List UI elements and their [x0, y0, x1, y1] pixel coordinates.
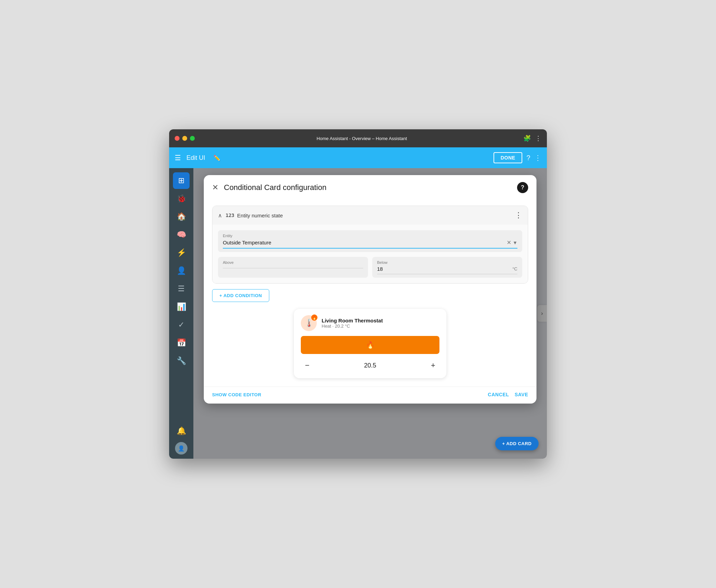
close-window-button[interactable]: [175, 136, 180, 141]
preview-container: 🌡️ 🔥 Living Room Thermostat Heat ·: [212, 309, 528, 378]
app-bar-right: DONE ? ⋮: [494, 152, 541, 163]
thermostat-header: 🌡️ 🔥 Living Room Thermostat Heat ·: [301, 315, 439, 331]
below-unit: °C: [512, 266, 517, 271]
temperature-control: − 20.5 +: [301, 358, 439, 373]
thermostat-status: Heat · 20.2 °C: [322, 323, 439, 329]
modal-close-button[interactable]: ✕: [212, 183, 218, 192]
save-button[interactable]: SAVE: [515, 392, 528, 397]
minimize-window-button[interactable]: [182, 136, 187, 141]
puzzle-icon[interactable]: 🧩: [523, 135, 531, 142]
add-condition-button[interactable]: + ADD CONDITION: [212, 289, 269, 302]
below-field[interactable]: Below 18 °C: [372, 257, 522, 278]
thermostat-info: Living Room Thermostat Heat · 20.2 °C: [322, 318, 439, 329]
browser-titlebar: Home Assistant - Overview – Home Assista…: [169, 129, 547, 147]
done-button[interactable]: DONE: [494, 152, 522, 163]
sidebar-item-home[interactable]: 🏠: [173, 208, 190, 225]
thermostat-badge: 🔥: [311, 314, 317, 321]
help-icon-label: ?: [521, 184, 524, 191]
flame-badge-icon: 🔥: [312, 316, 316, 320]
condition-card-body: Entity Outside Temperature ✕ ▼: [212, 225, 528, 283]
sidebar-item-person[interactable]: 👤: [173, 262, 190, 279]
above-underline: [223, 268, 363, 268]
browser-toolbar: 🧩 ⋮: [523, 135, 541, 142]
modal-body[interactable]: ∧ 123 Entity numeric state ⋮ Entity: [204, 200, 536, 387]
sidebar-item-tools[interactable]: 🔧: [173, 353, 190, 369]
app-body: ⊞ 🐞 🏠 🧠 ⚡ 👤 ☰ 📊 ✓ 📅 🔧 🔔 👤 ›: [169, 168, 547, 459]
heat-flame-icon: 🔥: [366, 341, 375, 349]
show-code-editor-button[interactable]: SHOW CODE EDITOR: [212, 392, 261, 397]
entity-field-row: Outside Temperature ✕ ▼: [223, 239, 517, 246]
above-label: Above: [223, 260, 363, 265]
sidebar: ⊞ 🐞 🏠 🧠 ⚡ 👤 ☰ 📊 ✓ 📅 🔧 🔔 👤: [169, 168, 193, 459]
condition-type-label: Entity numeric state: [237, 213, 283, 218]
sidebar-item-stats[interactable]: 📊: [173, 299, 190, 315]
chevron-up-icon[interactable]: ∧: [218, 212, 222, 219]
entity-dropdown-button[interactable]: ▼: [513, 240, 517, 245]
below-label: Below: [377, 260, 517, 265]
thermostat-card: 🌡️ 🔥 Living Room Thermostat Heat ·: [294, 309, 446, 378]
decrease-temp-button[interactable]: −: [301, 360, 314, 371]
add-card-fab[interactable]: + ADD CARD: [495, 437, 539, 450]
sidebar-item-notifications[interactable]: 🔔: [173, 423, 190, 439]
footer-actions: CANCEL SAVE: [488, 392, 528, 397]
sidebar-item-dashboard[interactable]: ⊞: [173, 172, 190, 189]
entity-field-label: Entity: [223, 234, 517, 238]
condition-card-header: ∧ 123 Entity numeric state ⋮: [212, 206, 528, 225]
sidebar-item-energy[interactable]: ⚡: [173, 244, 190, 261]
menu-icon[interactable]: ☰: [175, 154, 181, 162]
thermostat-icon-wrap: 🌡️ 🔥: [301, 315, 317, 331]
modal-title: Conditional Card configuration: [224, 183, 517, 192]
sidebar-bottom: 🔔 👤: [173, 423, 190, 455]
thermostat-name: Living Room Thermostat: [322, 318, 439, 323]
sidebar-item-debug[interactable]: 🐞: [173, 190, 190, 207]
below-field-row: 18 °C: [377, 266, 517, 272]
browser-window: Home Assistant - Overview – Home Assista…: [169, 129, 547, 459]
increase-temp-button[interactable]: +: [427, 360, 439, 371]
more-options-icon[interactable]: ⋮: [535, 135, 541, 142]
main-content: › ✕ Conditional Card configuration ?: [193, 168, 547, 459]
browser-title: Home Assistant - Overview – Home Assista…: [200, 136, 523, 141]
above-field[interactable]: Above: [218, 257, 368, 278]
app-bar-title: Edit UI: [186, 154, 205, 162]
fab-label: + ADD CARD: [502, 441, 532, 446]
below-value: 18: [377, 266, 512, 272]
modal-dialog: ✕ Conditional Card configuration ? ∧ 123: [204, 175, 536, 404]
sidebar-item-check[interactable]: ✓: [173, 317, 190, 333]
cancel-button[interactable]: CANCEL: [488, 392, 509, 397]
condition-card: ∧ 123 Entity numeric state ⋮ Entity: [212, 206, 528, 284]
help-icon[interactable]: ?: [526, 154, 530, 162]
edit-icon: ✏️: [213, 155, 220, 161]
more-menu-icon[interactable]: ⋮: [534, 154, 541, 162]
below-underline: [377, 274, 517, 274]
modal-header: ✕ Conditional Card configuration ?: [204, 175, 536, 200]
heat-mode-button[interactable]: 🔥: [301, 336, 439, 354]
app-bar: ☰ Edit UI ✏️ DONE ? ⋮: [169, 147, 547, 168]
modal-help-button[interactable]: ?: [517, 182, 528, 193]
sidebar-item-calendar[interactable]: 📅: [173, 335, 190, 351]
condition-menu-button[interactable]: ⋮: [515, 211, 522, 220]
app-bar-left: ☰ Edit UI ✏️: [175, 154, 220, 162]
traffic-lights: [175, 136, 195, 141]
sidebar-item-ai[interactable]: 🧠: [173, 226, 190, 243]
avatar[interactable]: 👤: [175, 442, 187, 455]
sidebar-item-list[interactable]: ☰: [173, 280, 190, 297]
entity-field-value: Outside Temperature: [223, 240, 507, 245]
condition-type-icon: 123: [226, 213, 234, 218]
entity-field: Entity Outside Temperature ✕ ▼: [218, 230, 522, 252]
modal-footer: SHOW CODE EDITOR CANCEL SAVE: [204, 387, 536, 404]
entity-field-underline: [223, 248, 517, 249]
threshold-row: Above Below 1: [218, 257, 522, 278]
temperature-value: 20.5: [364, 362, 376, 369]
modal-overlay: ✕ Conditional Card configuration ? ∧ 123: [193, 168, 547, 459]
maximize-window-button[interactable]: [190, 136, 195, 141]
entity-clear-button[interactable]: ✕: [507, 239, 511, 246]
